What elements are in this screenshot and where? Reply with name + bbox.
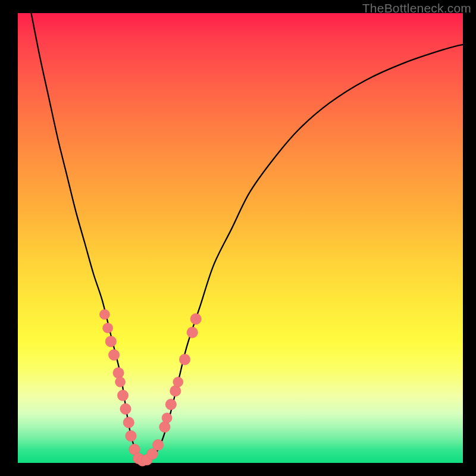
curve-marker (115, 377, 126, 387)
curve-marker (126, 430, 136, 441)
curve-marker (103, 323, 113, 333)
bottleneck-curve (31, 13, 463, 461)
curve-marker (105, 336, 116, 347)
curve-marker (123, 417, 134, 428)
curve-marker (120, 403, 131, 414)
curve-marker (179, 354, 190, 365)
curve-marker (117, 390, 128, 400)
chart-svg (18, 13, 463, 463)
plot-area (18, 13, 463, 463)
curve-marker (165, 399, 176, 409)
curve-marker (152, 440, 163, 450)
curve-marker (170, 386, 181, 396)
chart-stage: TheBottleneck.com (0, 0, 476, 476)
curve-marker (173, 377, 183, 387)
curve-marker (190, 314, 201, 324)
curve-markers (99, 309, 201, 466)
curve-marker (159, 421, 170, 432)
curve-marker (108, 349, 119, 360)
curve-marker (113, 368, 124, 378)
curve-marker (99, 309, 109, 320)
curve-marker (187, 327, 198, 338)
curve-marker (162, 413, 172, 423)
